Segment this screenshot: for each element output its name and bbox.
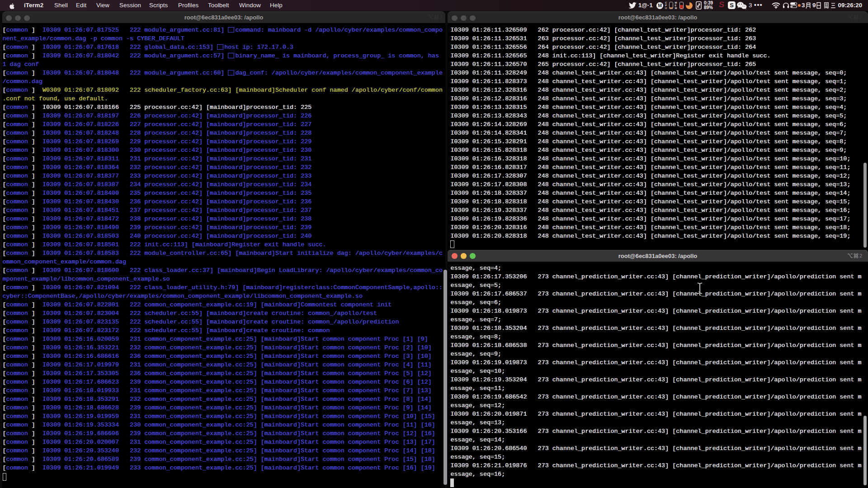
svg-text:2: 2 bbox=[859, 253, 862, 258]
svg-text:3: 3 bbox=[859, 14, 862, 20]
svg-text:1: 1 bbox=[440, 14, 443, 20]
